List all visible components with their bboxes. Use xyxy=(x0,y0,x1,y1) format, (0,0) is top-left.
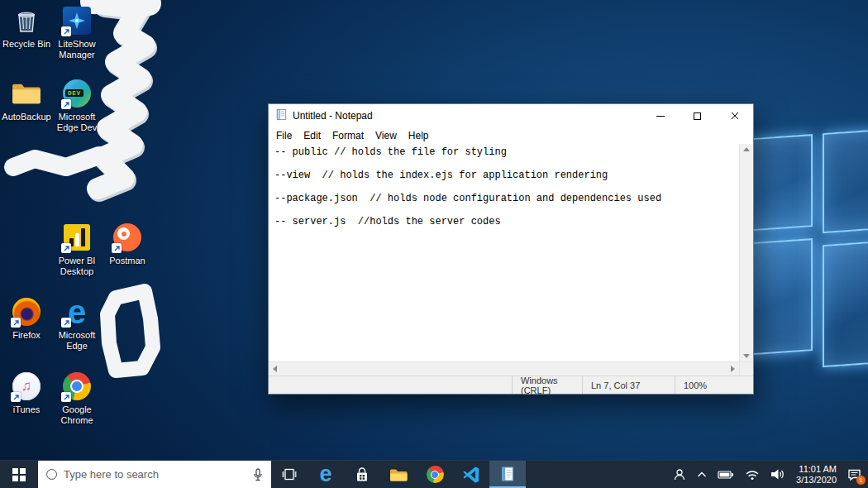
battery-icon xyxy=(718,469,734,481)
desktop-icon-label: Power BI Desktop xyxy=(51,256,103,277)
taskbar-vscode-button[interactable] xyxy=(453,461,489,488)
clock-date: 3/13/2020 xyxy=(796,475,837,486)
notepad-window: Untitled - Notepad File Edit Format View… xyxy=(268,103,754,395)
action-center-button[interactable]: 1 xyxy=(847,468,861,481)
menu-view[interactable]: View xyxy=(370,128,403,143)
taskbar-store-button[interactable] xyxy=(344,461,380,488)
shortcut-arrow-icon xyxy=(11,392,21,402)
desktop-icon-google-chrome[interactable]: Google Chrome xyxy=(51,371,103,426)
shortcut-arrow-icon xyxy=(61,26,71,36)
folder-icon xyxy=(11,78,42,109)
taskbar-notepad-button[interactable] xyxy=(489,461,526,488)
scroll-left-icon[interactable] xyxy=(273,366,277,372)
menu-format[interactable]: Format xyxy=(327,128,370,143)
menu-bar: File Edit Format View Help xyxy=(269,127,753,144)
desktop-icon-recycle-bin[interactable]: Recycle Bin xyxy=(1,5,52,50)
power-bi-icon xyxy=(61,222,93,253)
search-placeholder: Type here to search xyxy=(64,468,246,481)
edge-dev-icon: DEV xyxy=(61,78,93,109)
notepad-app-icon xyxy=(275,108,288,124)
desktop-icon-label: Recycle Bin xyxy=(2,39,50,50)
desktop-icon-label: LiteShow Manager xyxy=(51,39,103,60)
battery-button[interactable] xyxy=(718,469,734,481)
desktop-icon-itunes[interactable]: ♫ iTunes xyxy=(1,371,52,415)
clock[interactable]: 11:01 AM 3/13/2020 xyxy=(796,464,837,486)
vscode-icon xyxy=(462,466,480,484)
vertical-scrollbar[interactable] xyxy=(739,144,753,361)
taskbar-chrome-button[interactable] xyxy=(417,461,453,488)
status-spacer xyxy=(269,376,512,394)
liteshow-manager-icon xyxy=(61,5,93,36)
desktop-icon-label: Microsoft Edge xyxy=(51,330,103,352)
menu-file[interactable]: File xyxy=(270,128,298,143)
shortcut-arrow-icon xyxy=(61,243,71,253)
shortcut-arrow-icon xyxy=(61,99,71,109)
status-zoom-level: 100% xyxy=(675,376,753,394)
text-editor-area[interactable]: -- public // holds the file for styling … xyxy=(269,144,739,361)
volume-button[interactable] xyxy=(770,468,785,481)
shortcut-arrow-icon xyxy=(61,318,71,328)
search-input[interactable]: Type here to search xyxy=(38,461,271,488)
firefox-icon xyxy=(11,296,42,328)
dev-badge: DEV xyxy=(65,89,83,97)
desktop-icon-liteshow-manager[interactable]: LiteShow Manager xyxy=(51,5,103,60)
status-cursor-position: Ln 7, Col 37 xyxy=(582,376,675,394)
windows-start-icon xyxy=(12,468,26,481)
titlebar[interactable]: Untitled - Notepad xyxy=(269,104,753,127)
desktop-icon-label: Microsoft Edge Dev xyxy=(51,112,103,133)
close-icon xyxy=(731,112,739,120)
shortcut-arrow-icon xyxy=(61,392,71,402)
window-title: Untitled - Notepad xyxy=(293,110,641,122)
edge-icon: e xyxy=(319,463,331,486)
menu-help[interactable]: Help xyxy=(403,128,435,143)
itunes-icon: ♫ xyxy=(11,371,42,402)
clock-time: 11:01 AM xyxy=(796,464,837,475)
minimize-button[interactable] xyxy=(641,104,679,127)
chevron-up-icon xyxy=(697,471,707,478)
desktop-icon-autobackup[interactable]: AutoBackup xyxy=(1,78,52,122)
scrollbar-corner xyxy=(739,361,753,376)
task-view-button[interactable] xyxy=(271,461,308,488)
close-button[interactable] xyxy=(716,104,753,127)
menu-edit[interactable]: Edit xyxy=(298,128,327,143)
desktop-icon-postman[interactable]: Postman xyxy=(102,222,153,266)
start-button[interactable] xyxy=(0,461,38,488)
taskbar: Type here to search e xyxy=(0,460,868,488)
microphone-icon[interactable] xyxy=(253,468,263,481)
scroll-down-icon[interactable] xyxy=(743,354,750,358)
people-button[interactable] xyxy=(673,468,686,481)
desktop-icon-firefox[interactable]: Firefox xyxy=(1,296,52,341)
task-view-icon xyxy=(282,468,297,481)
show-hidden-icons-button[interactable] xyxy=(697,471,707,478)
desktop-icon-label: iTunes xyxy=(13,404,41,415)
desktop-icon-microsoft-edge[interactable]: e Microsoft Edge xyxy=(51,296,103,352)
taskbar-file-explorer-button[interactable] xyxy=(380,461,417,488)
status-line-ending: Windows (CRLF) xyxy=(512,376,582,394)
desktop-icon-microsoft-edge-dev[interactable]: DEV Microsoft Edge Dev xyxy=(51,78,103,133)
chrome-icon xyxy=(427,466,444,483)
desktop-icon-label: AutoBackup xyxy=(2,112,50,122)
cortana-search-icon xyxy=(46,469,57,480)
horizontal-scrollbar[interactable] xyxy=(269,361,739,376)
maximize-button[interactable] xyxy=(679,104,716,127)
notification-badge: 1 xyxy=(856,476,866,485)
chrome-icon xyxy=(61,371,93,402)
document-text: -- public // holds the file for styling … xyxy=(274,146,739,227)
minimize-icon xyxy=(656,116,665,117)
microsoft-store-icon xyxy=(354,466,370,483)
network-button[interactable] xyxy=(745,469,760,481)
postman-icon xyxy=(112,222,143,253)
desktop-icon-label: Firefox xyxy=(12,330,41,341)
wifi-icon xyxy=(745,469,760,481)
taskbar-edge-button[interactable]: e xyxy=(308,461,344,488)
people-icon xyxy=(673,468,686,481)
file-explorer-icon xyxy=(389,467,408,482)
scroll-up-icon[interactable] xyxy=(743,147,750,151)
maximize-icon xyxy=(694,112,701,120)
shortcut-arrow-icon xyxy=(112,243,122,253)
windows-wallpaper-logo xyxy=(738,135,868,363)
recycle-bin-icon xyxy=(11,5,42,36)
desktop-icon-label: Postman xyxy=(109,256,145,266)
scroll-right-icon[interactable] xyxy=(731,366,735,372)
desktop-icon-power-bi-desktop[interactable]: Power BI Desktop xyxy=(51,222,103,277)
